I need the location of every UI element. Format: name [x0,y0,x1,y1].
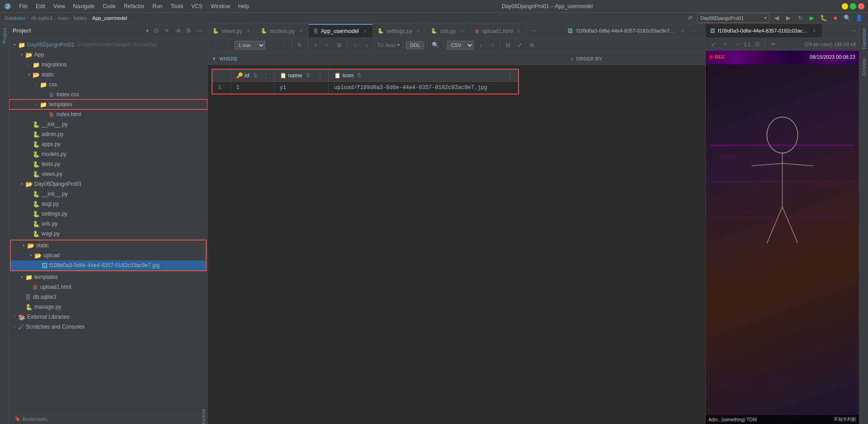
col-icon[interactable]: 📋 icon ⇅ ⋮ [329,70,518,82]
import-button[interactable]: ↑ [487,40,497,50]
project-selector[interactable]: Database Day06DjangoPro01 ▾ [697,13,769,23]
tab-upload1[interactable]: 🗎 upload1.html ✕ [470,24,528,38]
cell-name[interactable]: yi [274,82,328,94]
tree-item-admin[interactable]: › 🐍 admin.py [9,129,208,139]
move-up-button[interactable]: ↑ [350,40,360,50]
menu-refactor[interactable]: Refactor [120,2,148,10]
tree-item-templates-root[interactable]: ▾ 📁 templates [9,272,208,282]
tab-models[interactable]: 🐍 models.py ✕ [256,24,309,38]
tree-item-index-css[interactable]: › 🗎 index.css [9,90,208,99]
settings-gear-icon[interactable]: ⚙ [184,26,193,35]
menu-help[interactable]: Help [235,2,253,10]
image-tab-more[interactable]: ⋯ [689,28,702,34]
img-fit-icon[interactable]: ⊡ [752,39,762,49]
tree-item-views-app[interactable]: › 🐍 views.py [9,169,208,179]
db-search-icon[interactable]: 🔍 [430,42,441,48]
tab-settings[interactable]: 🐍 settings.py ✕ [373,24,426,38]
breadcrumb-tables[interactable]: tables [74,15,87,21]
tree-item-day06[interactable]: ▾ 📂 Day06DjangoPro01 [9,179,208,189]
tree-item-apps[interactable]: › 🐍 apps.py [9,139,208,149]
ddl-button[interactable]: DDL [406,41,424,49]
menu-code[interactable]: Code [99,2,119,10]
models-tab-close[interactable]: ✕ [297,28,304,34]
right-panel-more[interactable]: ⋯ [848,24,859,38]
img-edit-icon[interactable]: ✏ [768,39,778,49]
user-icon[interactable]: 👤 [854,14,863,23]
tree-item-models[interactable]: › 🐍 models.py [9,149,208,159]
duplicate-row-button[interactable]: ⧉ [334,40,344,50]
delete-row-button[interactable]: − [322,40,332,50]
col-id[interactable]: 🔑 id ⇅ ⋮ [231,70,274,82]
img-zoomin-icon[interactable]: + [720,39,730,49]
hide-icon[interactable]: — [195,26,204,35]
stop-icon[interactable]: ■ [831,14,840,23]
more-tabs-button[interactable]: ⋯ [527,24,540,38]
tree-item-ext-libs[interactable]: › 📚 External Libraries [9,312,208,322]
debug-icon[interactable]: 🐛 [819,14,828,23]
structure-tab[interactable]: Structure [199,407,208,424]
id-sort-icon[interactable]: ⇅ [253,72,257,79]
vtab-project[interactable]: Project [0,24,9,48]
nav-prev-button[interactable]: ‹ [222,40,232,50]
menu-file[interactable]: File [15,2,31,10]
menu-window[interactable]: Window [207,2,234,10]
back-icon[interactable]: ◀ [772,14,781,23]
tree-item-db[interactable]: › 🗄 db.sqlite3 [9,292,208,302]
nav-last-button[interactable]: » [279,40,289,50]
tree-item-asgi[interactable]: › 🐍 asgi.py [9,199,208,209]
tab-views[interactable]: 🐍 views.py ✕ [208,24,256,38]
layout-button[interactable]: ⊟ [503,40,513,50]
tree-item-wsgi[interactable]: › 🐍 wsgi.py [9,229,208,239]
img-expand-icon[interactable]: ⤢ [708,39,718,49]
maximize-button[interactable]: ❐ [850,3,856,9]
scope-icon[interactable]: ⊙ [151,26,160,35]
name-sort-icon[interactable]: ⇅ [306,72,310,79]
tree-item-tests[interactable]: › 🐍 tests.py [9,159,208,169]
tree-item-css[interactable]: › 📁 css [9,80,208,90]
tree-item-templates-app[interactable]: › 📁 templates [9,99,208,109]
cell-id[interactable]: 1 [231,82,274,94]
add-row-button[interactable]: + [311,40,321,50]
img-zoomout-icon[interactable]: − [732,39,742,49]
menu-tools[interactable]: Tools [167,2,187,10]
reload-icon[interactable]: ↻ [796,14,805,23]
menu-edit[interactable]: Edit [32,2,49,10]
search-icon[interactable]: 🔍 [843,14,852,23]
menu-navigate[interactable]: Navigate [70,2,98,10]
breadcrumb-database[interactable]: Database [5,15,26,21]
bookmarks-tab[interactable]: 🔖 Bookmarks [9,413,53,424]
urls-tab-close[interactable]: ✕ [459,28,465,34]
nav-next-button[interactable]: › [267,40,277,50]
tree-item-init-app[interactable]: › 🐍 __init__.py [9,119,208,129]
tx-dropdown-icon[interactable]: ▾ [397,42,400,48]
image-tab-close[interactable]: ✕ [679,28,686,34]
nav-first-button[interactable]: « [211,40,221,50]
vtab-sciview[interactable]: SciView [860,54,868,80]
sync-icon[interactable]: ⇄ [685,14,694,23]
tree-item-jpg[interactable]: › 🖼 f109d0a3-0d6e-44e4-8357-0182c03ac9e7… [11,260,206,270]
export-button[interactable]: ↓ [476,40,486,50]
name-col-options[interactable]: ⋮ [317,72,323,79]
tree-item-urls[interactable]: › 🐍 urls.py [9,219,208,229]
menu-vcs[interactable]: VCS [188,2,206,10]
breadcrumb-main[interactable]: main [58,15,69,21]
icon-col-options[interactable]: ⋮ [507,72,513,79]
image-viewer-tab[interactable]: 🖼 f109d0a3-0d6e-44e4-8357-0182c03ac9e7.j… [706,24,822,38]
table-row[interactable]: 1 1 yi upload/f109d0a3-0d6e-44e4-8357-01… [212,82,518,94]
tree-item-static-app[interactable]: ▾ 📂 static [9,70,208,80]
image-tab[interactable]: 🖼 f109d0a3-0d6e-44e4-8357-0182c03ac9e7.j… [564,24,705,38]
tree-item-static-root[interactable]: ▾ 📂 static [11,240,206,250]
app-usermodel-tab-close[interactable]: ✕ [362,28,368,34]
tree-root[interactable]: ▾ 📁 Day06DjangoPro01 D:\U\pythonCode\Dja… [9,40,208,50]
tab-app-usermodel[interactable]: 🗄 App_usermodel ✕ [309,24,373,38]
tree-item-migrations[interactable]: › 📁 migrations [9,60,208,70]
refresh-button[interactable]: ↻ [295,40,305,50]
db-settings-button[interactable]: ⚙ [527,40,537,50]
tree-item-scratches[interactable]: › 🖊 Scratches and Consoles [9,322,208,332]
cell-icon[interactable]: upload/f109d0a3-0d6e-44e4-8357-0182c03ac… [329,82,518,94]
forward-icon[interactable]: ▶ [784,14,793,23]
sidebar-dropdown-icon[interactable]: ▾ [146,28,149,34]
vtab-database[interactable]: Database [860,24,868,54]
breadcrumb-db-file[interactable]: db.sqlite3 [31,15,52,21]
upload1-tab-close[interactable]: ✕ [516,28,522,34]
